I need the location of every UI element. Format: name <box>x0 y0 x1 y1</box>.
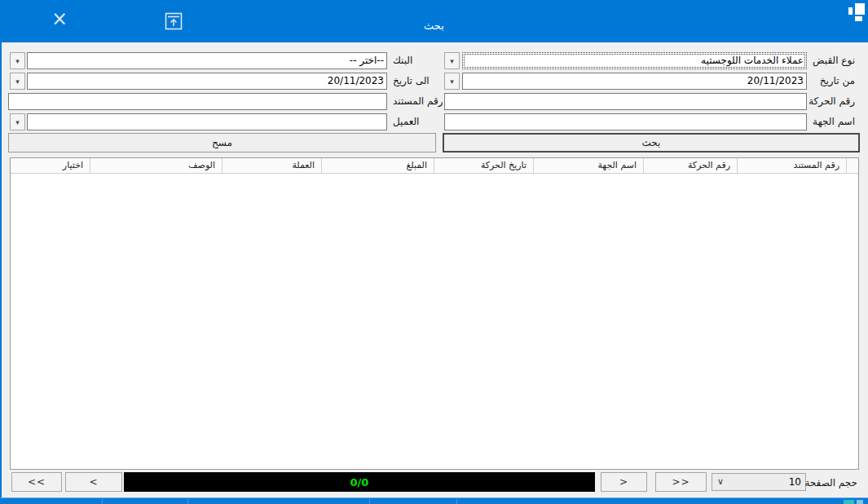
next-page-button[interactable]: > <box>601 472 647 492</box>
entity-name-label: اسم الجهة <box>813 116 855 127</box>
column-header-document-number[interactable]: رقم المستند <box>737 158 846 173</box>
page-size-value: 10 <box>789 476 801 488</box>
receipt-type-label: نوع القبض <box>813 55 855 66</box>
column-header-amount[interactable]: المبلغ <box>321 158 434 173</box>
previous-page-button[interactable]: < <box>65 472 122 492</box>
entity-name-input[interactable] <box>444 113 807 130</box>
column-header-currency[interactable]: العملة <box>222 158 321 173</box>
transaction-number-label: رقم الحركة <box>809 95 855 107</box>
last-page-button[interactable]: >> <box>655 472 707 492</box>
results-table: رقم المستند رقم الحركة اسم الجهة تاريخ ا… <box>10 157 859 470</box>
from-date-field[interactable]: 20/11/2023 <box>462 73 807 90</box>
page-size-label: حجم الصفحة <box>804 477 857 489</box>
taskbar-accent <box>844 500 854 504</box>
from-date-dropdown-arrow-icon[interactable]: ▾ <box>444 73 460 90</box>
column-header-transaction-date[interactable]: تاريخ الحركة <box>434 158 533 173</box>
client-combobox[interactable] <box>27 113 387 130</box>
receipt-type-dropdown-arrow-icon[interactable]: ▾ <box>444 52 460 69</box>
chevron-down-icon: ∨ <box>717 476 724 487</box>
column-header-select[interactable]: اختيار <box>11 158 90 173</box>
search-dialog-window: × بحث نوع القبض عملاء الخدمات اللوجستيه … <box>0 0 868 504</box>
document-number-input[interactable] <box>8 93 387 110</box>
column-header-description[interactable]: الوصف <box>90 158 222 173</box>
from-date-label: من تاريخ <box>820 75 855 86</box>
page-counter: 0/0 <box>124 472 595 492</box>
bank-combobox[interactable]: --اختر -- <box>27 52 387 69</box>
client-label: العميل <box>393 116 419 127</box>
column-header-transaction-number[interactable]: رقم الحركة <box>643 158 737 173</box>
title-bar: × بحث <box>0 0 868 42</box>
document-number-label: رقم المستند <box>393 95 443 107</box>
app-logo-icon <box>848 3 865 22</box>
transaction-number-input[interactable] <box>444 93 807 110</box>
to-date-dropdown-arrow-icon[interactable]: ▾ <box>10 73 25 90</box>
client-dropdown-arrow-icon[interactable]: ▾ <box>10 113 25 130</box>
results-table-header: رقم المستند رقم الحركة اسم الجهة تاريخ ا… <box>11 158 858 174</box>
column-header-entity-name[interactable]: اسم الجهة <box>533 158 643 173</box>
receipt-type-combobox[interactable]: عملاء الخدمات اللوجستيه <box>462 52 807 69</box>
row-indicator-column-header <box>846 158 858 173</box>
taskbar-accent-2 <box>857 500 863 504</box>
window-title: بحث <box>0 20 868 32</box>
page-size-combobox[interactable]: ∨ 10 <box>712 473 806 491</box>
clear-button[interactable]: مسح <box>8 133 436 153</box>
first-page-button[interactable]: << <box>11 472 62 492</box>
bank-label: البنك <box>393 55 412 66</box>
window-left-border <box>0 0 2 504</box>
bank-dropdown-arrow-icon[interactable]: ▾ <box>10 52 25 69</box>
to-date-field[interactable]: 20/11/2023 <box>27 73 387 90</box>
taskbar-strip <box>0 497 868 504</box>
to-date-label: الى تاريخ <box>393 75 430 86</box>
search-button[interactable]: بحث <box>443 133 860 153</box>
